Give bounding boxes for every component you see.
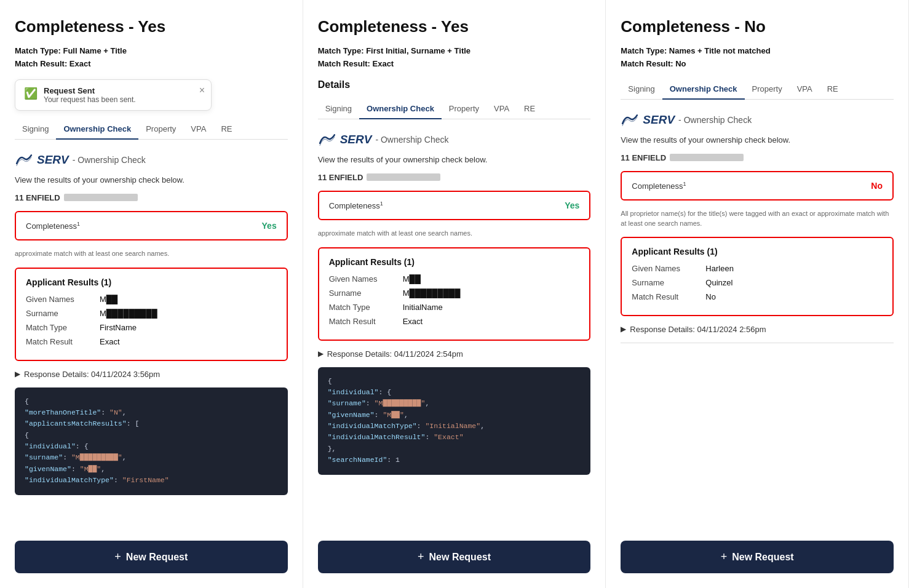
new-request-button[interactable]: +New Request [621, 541, 894, 573]
property-address: 11 ENFIELD [621, 153, 894, 162]
tab-vpa[interactable]: VPA [486, 99, 517, 119]
tab-bar: SigningOwnership CheckPropertyVPARE [318, 99, 591, 119]
serv-name: SERV [37, 153, 69, 167]
tab-vpa[interactable]: VPA [183, 119, 213, 140]
results-title: Applicant Results (1) [26, 277, 277, 287]
table-row: Given NamesM██ [26, 295, 277, 304]
result-value: M██ [100, 295, 117, 304]
completeness-footnote: approximate match with at least one sear… [318, 229, 591, 238]
tab-re[interactable]: RE [517, 99, 542, 119]
table-row: Match ResultExact [329, 317, 580, 326]
result-value: M█████████ [403, 288, 461, 298]
serv-subtitle: View the results of your ownership check… [621, 135, 894, 145]
completeness-value: Yes [262, 221, 277, 231]
panel-1: Completeness - YesMatch Type: Full Name … [0, 0, 303, 588]
response-details[interactable]: ▶Response Details: 04/11/2024 3:56pm [15, 370, 288, 379]
response-details[interactable]: ▶Response Details: 04/11/2024 2:56pm [621, 325, 894, 334]
toast-title: Request Sent [44, 86, 136, 95]
divider [621, 343, 894, 343]
new-request-label: New Request [429, 552, 491, 563]
panel-3: Completeness - NoMatch Type: Names + Tit… [606, 0, 909, 588]
plus-icon: + [721, 550, 728, 563]
tab-signing[interactable]: Signing [318, 99, 359, 119]
table-row: Match ResultNo [632, 292, 883, 301]
tab-property[interactable]: Property [138, 119, 183, 140]
json-code-block: { "moreThanOneTitle": "N", "applicantsMa… [15, 387, 288, 495]
new-request-button[interactable]: +New Request [15, 541, 288, 573]
serv-name: SERV [643, 113, 675, 127]
completeness-box: Completeness1No [621, 171, 894, 201]
serv-check-label: - Ownership Check [73, 155, 146, 165]
result-value: Exact [403, 317, 423, 326]
result-key: Match Type [26, 323, 100, 332]
tab-re[interactable]: RE [820, 79, 846, 100]
table-row: Match ResultExact [26, 337, 277, 346]
serv-subtitle: View the results of your ownership check… [318, 155, 591, 164]
completeness-box: Completeness1Yes [318, 191, 591, 220]
results-title: Applicant Results (1) [329, 257, 580, 267]
toast-body: Your request has been sent. [44, 95, 136, 104]
response-details-text: Response Details: 04/11/2024 2:54pm [327, 349, 463, 359]
result-key: Match Result [26, 337, 100, 346]
new-request-label: New Request [126, 552, 188, 563]
tab-vpa[interactable]: VPA [790, 79, 820, 100]
new-request-label: New Request [732, 552, 793, 563]
serv-logo-icon [621, 113, 639, 127]
completeness-box: Completeness1Yes [15, 211, 288, 240]
new-request-button[interactable]: +New Request [318, 541, 591, 573]
tab-signing[interactable]: Signing [621, 79, 662, 100]
completeness-footnote: All proprietor name(s) for the title(s) … [621, 209, 894, 228]
completeness-value: No [871, 181, 883, 191]
redacted-address [367, 173, 440, 181]
result-key: Given Names [26, 295, 100, 304]
tab-ownership-check[interactable]: Ownership Check [359, 99, 442, 119]
tab-signing[interactable]: Signing [15, 119, 56, 140]
tab-property[interactable]: Property [745, 79, 790, 100]
tab-re[interactable]: RE [213, 119, 239, 140]
result-key: Surname [632, 278, 705, 287]
completeness-label: Completeness1 [632, 181, 871, 191]
serv-subtitle: View the results of your ownership check… [15, 175, 288, 185]
panel-subtitle: Match Type: Names + Title not matchedMat… [621, 45, 894, 71]
completeness-label: Completeness1 [26, 221, 262, 231]
panel-title: Completeness - Yes [318, 17, 591, 36]
property-address: 11 ENFIELD [318, 173, 591, 182]
address-text: 11 ENFIELD [621, 153, 666, 162]
serv-logo-icon [15, 153, 33, 167]
plus-icon: + [114, 550, 121, 563]
tab-ownership-check[interactable]: Ownership Check [662, 79, 745, 100]
property-address: 11 ENFIELD [15, 193, 288, 202]
applicant-results-box: Applicant Results (1)Given NamesM██Surna… [15, 268, 288, 361]
tab-ownership-check[interactable]: Ownership Check [56, 119, 138, 140]
tab-property[interactable]: Property [442, 99, 486, 119]
result-key: Match Result [632, 292, 705, 301]
table-row: Given NamesHarleen [632, 264, 883, 273]
table-row: SurnameM█████████ [26, 309, 277, 318]
response-details-text: Response Details: 04/11/2024 3:56pm [24, 370, 160, 379]
result-key: Match Type [329, 303, 403, 312]
plus-icon: + [418, 550, 424, 563]
table-row: SurnameM█████████ [329, 288, 580, 298]
result-value: Exact [100, 337, 120, 346]
toast-notification: ✅ Request Sent Your request has been sen… [15, 79, 212, 111]
toast-close-icon[interactable]: × [199, 85, 205, 96]
table-row: Match TypeFirstName [26, 323, 277, 332]
panel-subtitle: Match Type: Full Name + TitleMatch Resul… [15, 45, 288, 71]
response-details-text: Response Details: 04/11/2024 2:56pm [630, 325, 766, 334]
table-row: Given NamesM██ [329, 274, 580, 284]
panel-title: Completeness - Yes [15, 17, 288, 36]
response-details[interactable]: ▶Response Details: 04/11/2024 2:54pm [318, 349, 591, 359]
result-key: Surname [329, 288, 403, 298]
result-value: InitialName [403, 303, 443, 312]
redacted-address [670, 154, 744, 161]
result-value: M██ [403, 274, 421, 284]
result-value: M█████████ [100, 309, 157, 318]
result-key: Given Names [632, 264, 705, 273]
serv-name: SERV [340, 133, 372, 146]
result-value: FirstName [100, 323, 137, 332]
completeness-footnote: approximate match with at least one sear… [15, 249, 288, 258]
tab-bar: SigningOwnership CheckPropertyVPARE [15, 119, 288, 140]
address-text: 11 ENFIELD [15, 193, 60, 202]
panel-subtitle: Match Type: First Initial, Surname + Tit… [318, 45, 591, 71]
table-row: SurnameQuinzel [632, 278, 883, 287]
